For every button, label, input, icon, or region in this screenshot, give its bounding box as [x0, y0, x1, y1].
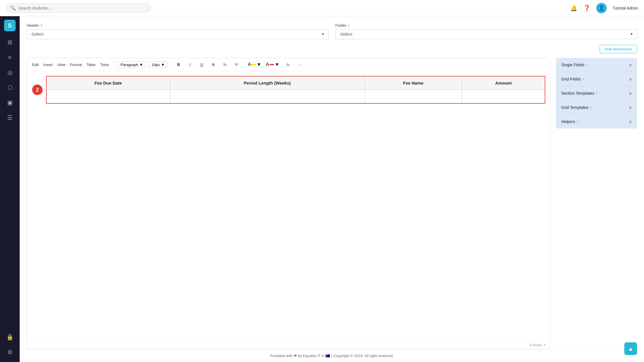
sidebar-item-list[interactable]: ☰	[3, 111, 16, 124]
footer-flag: 🇦🇺	[325, 354, 331, 358]
editor-table: Fee Due Date Period Length (Weeks) Fee N…	[46, 76, 545, 104]
cell-amount[interactable]	[462, 90, 545, 104]
sidebar-item-layers[interactable]: ▣	[3, 96, 16, 109]
helpers-header[interactable]: Helpers ℹ ∧	[556, 115, 637, 129]
superscript-button[interactable]: X²	[232, 61, 241, 69]
page-footer: Provided with ❤ by Equator IT in 🇦🇺 | Co…	[27, 349, 637, 362]
grid-fields-info: ℹ	[583, 77, 584, 81]
paragraph-select[interactable]: Paragraph ▼	[118, 61, 146, 68]
admin-name: Tutorial Admin	[612, 6, 638, 10]
menu-view[interactable]: View	[56, 62, 67, 67]
resize-icon: ✎	[544, 343, 546, 347]
notification-icon[interactable]: 🔔	[570, 5, 577, 12]
header-info-icon: ℹ	[41, 23, 42, 28]
menu-edit[interactable]: Edit	[30, 62, 40, 67]
hide-bookmarks-button[interactable]: Hide Bookmarks	[600, 45, 637, 53]
sidebar-item-lock[interactable]: 🔒	[3, 331, 16, 343]
panel-section-grid-templates: Grid Templates ℹ ∧	[556, 100, 637, 115]
menu-tools[interactable]: Tools	[98, 62, 111, 67]
footer-text: Provided with ❤ by Equator IT in 🇦🇺 | Co…	[270, 354, 394, 358]
top-nav: 🔍 🔔 ❓ 👤 Tutorial Admin	[0, 0, 644, 16]
editor-content[interactable]: 2 Fee Due Date Period Length (Weeks) Fee…	[27, 71, 550, 341]
toolbar-menu: Edit Insert View Format Table Tools	[30, 62, 111, 67]
underline-button[interactable]: U	[198, 61, 206, 69]
helpers-info: ℹ	[577, 120, 578, 124]
section-templates-chevron: ∧	[629, 91, 632, 96]
sidebar-item-sliders[interactable]: ≡	[3, 51, 16, 64]
grid-templates-info: ℹ	[590, 106, 591, 109]
editor-table-wrap: 2 Fee Due Date Period Length (Weeks) Fee…	[46, 76, 545, 104]
col-amount: Amount	[462, 76, 545, 90]
bold-button[interactable]: B	[175, 61, 183, 69]
footer-select[interactable]: -Select- ▼	[335, 29, 637, 39]
sidebar-item-gear[interactable]: ⚙	[3, 346, 16, 359]
grid-fields-title: Grid Fields ℹ	[561, 77, 584, 81]
search-bar[interactable]: 🔍	[6, 3, 151, 13]
menu-table[interactable]: Table	[85, 62, 97, 67]
sidebar-logo[interactable]: S	[4, 20, 16, 31]
header-footer-row: Header ℹ -Select- ▼ Footer ℹ -Select- ▼	[27, 23, 637, 39]
clear-format-button[interactable]: Ix	[284, 61, 292, 69]
text-color-button[interactable]: A ▼	[266, 62, 280, 67]
col-fee-name: Fee Name	[364, 76, 462, 90]
help-icon[interactable]: ❓	[583, 5, 590, 12]
text-color-icon: A	[266, 62, 269, 67]
grid-templates-header[interactable]: Grid Templates ℹ ∧	[556, 100, 637, 114]
footer-field-group: Footer ℹ -Select- ▼	[335, 23, 637, 39]
menu-format[interactable]: Format	[68, 62, 84, 67]
cell-fee-name[interactable]	[364, 90, 462, 104]
menu-insert[interactable]: Insert	[41, 62, 54, 67]
text-color-swatch	[269, 64, 274, 65]
toolbar-divider-2	[171, 62, 171, 67]
col-period-length: Period Length (Weeks)	[170, 76, 364, 90]
sidebar-item-chart[interactable]: ◎	[3, 66, 16, 79]
search-input[interactable]	[18, 6, 146, 10]
footer-info-icon: ℹ	[348, 23, 349, 28]
single-fields-title: Single Fields ℹ	[561, 63, 587, 67]
cell-period-length[interactable]	[170, 90, 364, 104]
table-row[interactable]	[46, 90, 545, 104]
step-badge: 2	[32, 85, 43, 95]
helpers-chevron: ∧	[629, 119, 632, 124]
word-count: 9 words	[530, 343, 542, 347]
content-area: Header ℹ -Select- ▼ Footer ℹ -Select- ▼	[20, 16, 644, 362]
main-wrap: S ⊞ ≡ ◎ ⬡ ▣ ☰ 🔒 ⚙ Header ℹ -Select- ▼	[0, 16, 644, 362]
panel-section-helpers: Helpers ℹ ∧	[556, 115, 637, 129]
font-size-arrow: ▼	[161, 63, 165, 67]
table-header-row: Fee Due Date Period Length (Weeks) Fee N…	[46, 76, 545, 90]
editor-outer: Edit Insert View Format Table Tools Para…	[27, 58, 637, 349]
scroll-to-top-button[interactable]: ▲	[624, 342, 637, 355]
header-field-group: Header ℹ -Select- ▼	[27, 23, 329, 39]
panel-section-section-templates: Section Templates ℹ ∧	[556, 86, 637, 100]
footer-heart: ❤	[294, 354, 298, 358]
sidebar-item-box[interactable]: ⬡	[3, 81, 16, 94]
toolbar-divider-3	[244, 62, 244, 67]
section-templates-header[interactable]: Section Templates ℹ ∧	[556, 86, 637, 100]
sidebar: S ⊞ ≡ ◎ ⬡ ▣ ☰ 🔒 ⚙	[0, 16, 20, 362]
more-options-button[interactable]: ···	[296, 61, 304, 69]
font-size-select[interactable]: 14px ▼	[149, 61, 167, 68]
italic-button[interactable]: I	[186, 61, 194, 69]
right-panel: Single Fields ℹ ∧ Grid Fields ℹ ∧	[556, 58, 637, 129]
highlight-color-button[interactable]: A ▼	[248, 62, 261, 67]
header-select[interactable]: -Select- ▼	[27, 29, 329, 39]
bookmarks-row: Hide Bookmarks	[27, 45, 637, 53]
single-fields-info: ℹ	[586, 63, 587, 67]
strikethrough-button[interactable]: S	[209, 61, 217, 69]
single-fields-chevron: ∧	[629, 63, 632, 67]
single-fields-header[interactable]: Single Fields ℹ ∧	[556, 58, 637, 72]
highlight-arrow: ▼	[257, 62, 261, 67]
subscript-button[interactable]: X₂	[221, 61, 229, 69]
grid-templates-title: Grid Templates ℹ	[561, 105, 591, 110]
footer-select-arrow: ▼	[630, 32, 633, 36]
header-label: Header ℹ	[27, 23, 329, 28]
section-templates-info: ℹ	[596, 92, 597, 95]
editor-footer: 9 words ✎	[27, 341, 550, 349]
cell-fee-due-date[interactable]	[46, 90, 170, 104]
sidebar-item-dashboard[interactable]: ⊞	[3, 36, 16, 49]
highlight-icon: A	[248, 62, 251, 67]
footer-label: Footer ℹ	[335, 23, 637, 28]
paragraph-arrow: ▼	[139, 63, 143, 67]
grid-fields-header[interactable]: Grid Fields ℹ ∧	[556, 72, 637, 86]
text-color-arrow: ▼	[275, 62, 279, 67]
